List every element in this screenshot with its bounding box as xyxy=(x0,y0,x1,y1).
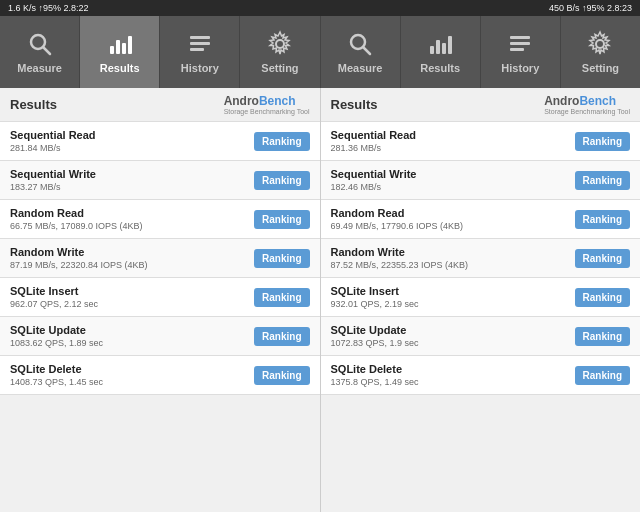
left-brand-logo: AndroBench Storage Benchmarking Tool xyxy=(224,94,310,115)
right-brand-subtitle: Storage Benchmarking Tool xyxy=(544,108,630,115)
ranking-button[interactable]: Ranking xyxy=(254,327,309,346)
tab-results-left-label: Results xyxy=(100,62,140,74)
svg-rect-4 xyxy=(122,43,126,54)
svg-point-19 xyxy=(596,40,604,48)
tab-measure-right[interactable]: Measure xyxy=(321,16,401,88)
tab-measure-right-label: Measure xyxy=(338,62,383,74)
history-icon-left xyxy=(186,30,214,58)
status-left: 1.6 K/s ↑95% 2.8:22 xyxy=(8,3,89,13)
right-brand-logo: AndroBench Storage Benchmarking Tool xyxy=(544,94,630,115)
right-results-list: Sequential Read 281.36 MB/s Ranking Sequ… xyxy=(321,122,641,395)
result-info: Random Write 87.19 MB/s, 22320.84 IOPS (… xyxy=(10,246,254,270)
nav-bar: Measure Results History xyxy=(0,16,640,88)
table-row: Sequential Read 281.36 MB/s Ranking xyxy=(321,122,641,161)
ranking-button[interactable]: Ranking xyxy=(254,366,309,385)
result-name: Sequential Write xyxy=(10,168,254,180)
result-info: Sequential Write 183.27 MB/s xyxy=(10,168,254,192)
right-brand-bench: Bench xyxy=(579,94,616,108)
result-name: SQLite Update xyxy=(331,324,575,336)
result-info: SQLite Update 1083.62 QPS, 1.89 sec xyxy=(10,324,254,348)
left-brand-andro: Andro xyxy=(224,94,259,108)
table-row: SQLite Update 1083.62 QPS, 1.89 sec Rank… xyxy=(0,317,320,356)
tab-setting-right[interactable]: Setting xyxy=(561,16,640,88)
result-value: 1072.83 QPS, 1.9 sec xyxy=(331,338,575,348)
ranking-button[interactable]: Ranking xyxy=(575,171,630,190)
table-row: Sequential Write 182.46 MB/s Ranking xyxy=(321,161,641,200)
svg-rect-13 xyxy=(436,40,440,54)
result-info: Sequential Write 182.46 MB/s xyxy=(331,168,575,192)
svg-line-11 xyxy=(363,47,370,54)
svg-rect-14 xyxy=(442,43,446,54)
ranking-button[interactable]: Ranking xyxy=(575,366,630,385)
tab-results-right[interactable]: Results xyxy=(401,16,481,88)
result-value: 87.52 MB/s, 22355.23 IOPS (4KB) xyxy=(331,260,575,270)
table-row: Random Write 87.19 MB/s, 22320.84 IOPS (… xyxy=(0,239,320,278)
left-panel-header: Results AndroBench Storage Benchmarking … xyxy=(0,88,320,122)
tab-history-left[interactable]: History xyxy=(160,16,240,88)
ranking-button[interactable]: Ranking xyxy=(254,171,309,190)
tab-setting-left-label: Setting xyxy=(261,62,298,74)
result-info: Sequential Read 281.36 MB/s xyxy=(331,129,575,153)
result-name: SQLite Delete xyxy=(331,363,575,375)
table-row: Sequential Read 281.84 MB/s Ranking xyxy=(0,122,320,161)
result-info: SQLite Update 1072.83 QPS, 1.9 sec xyxy=(331,324,575,348)
table-row: Random Read 66.75 MB/s, 17089.0 IOPS (4K… xyxy=(0,200,320,239)
gear-icon-right xyxy=(586,30,614,58)
ranking-button[interactable]: Ranking xyxy=(575,327,630,346)
status-bar: 1.6 K/s ↑95% 2.8:22 450 B/s ↑95% 2.8:23 xyxy=(0,0,640,16)
left-results-list: Sequential Read 281.84 MB/s Ranking Sequ… xyxy=(0,122,320,395)
tab-results-right-label: Results xyxy=(420,62,460,74)
result-name: Random Write xyxy=(331,246,575,258)
tab-history-right[interactable]: History xyxy=(481,16,561,88)
tab-setting-left[interactable]: Setting xyxy=(240,16,320,88)
table-row: SQLite Insert 932.01 QPS, 2.19 sec Ranki… xyxy=(321,278,641,317)
ranking-button[interactable]: Ranking xyxy=(254,249,309,268)
svg-rect-7 xyxy=(190,42,210,45)
result-value: 69.49 MB/s, 17790.6 IOPS (4KB) xyxy=(331,221,575,231)
right-panel: Results AndroBench Storage Benchmarking … xyxy=(321,88,641,512)
status-right: 450 B/s ↑95% 2.8:23 xyxy=(549,3,632,13)
ranking-button[interactable]: Ranking xyxy=(575,210,630,229)
result-info: SQLite Insert 932.01 QPS, 2.19 sec xyxy=(331,285,575,309)
result-info: SQLite Insert 962.07 QPS, 2.12 sec xyxy=(10,285,254,309)
ranking-button[interactable]: Ranking xyxy=(575,249,630,268)
result-value: 66.75 MB/s, 17089.0 IOPS (4KB) xyxy=(10,221,254,231)
result-name: SQLite Delete xyxy=(10,363,254,375)
result-info: Random Write 87.52 MB/s, 22355.23 IOPS (… xyxy=(331,246,575,270)
svg-rect-6 xyxy=(190,36,210,39)
result-info: Random Read 66.75 MB/s, 17089.0 IOPS (4K… xyxy=(10,207,254,231)
tab-history-right-label: History xyxy=(501,62,539,74)
ranking-button[interactable]: Ranking xyxy=(575,132,630,151)
result-name: Random Read xyxy=(331,207,575,219)
svg-rect-5 xyxy=(128,36,132,54)
table-row: SQLite Delete 1408.73 QPS, 1.45 sec Rank… xyxy=(0,356,320,395)
chart-icon-right xyxy=(426,30,454,58)
svg-rect-12 xyxy=(430,46,434,54)
ranking-button[interactable]: Ranking xyxy=(254,210,309,229)
result-value: 1408.73 QPS, 1.45 sec xyxy=(10,377,254,387)
left-brand-subtitle: Storage Benchmarking Tool xyxy=(224,108,310,115)
result-name: SQLite Update xyxy=(10,324,254,336)
result-value: 281.36 MB/s xyxy=(331,143,575,153)
ranking-button[interactable]: Ranking xyxy=(254,132,309,151)
search-icon xyxy=(26,30,54,58)
result-value: 1083.62 QPS, 1.89 sec xyxy=(10,338,254,348)
tab-measure-left[interactable]: Measure xyxy=(0,16,80,88)
tab-measure-left-label: Measure xyxy=(17,62,62,74)
ranking-button[interactable]: Ranking xyxy=(254,288,309,307)
result-value: 962.07 QPS, 2.12 sec xyxy=(10,299,254,309)
table-row: Random Read 69.49 MB/s, 17790.6 IOPS (4K… xyxy=(321,200,641,239)
table-row: Sequential Write 183.27 MB/s Ranking xyxy=(0,161,320,200)
tab-results-left[interactable]: Results xyxy=(80,16,160,88)
result-name: SQLite Insert xyxy=(10,285,254,297)
result-value: 87.19 MB/s, 22320.84 IOPS (4KB) xyxy=(10,260,254,270)
svg-rect-18 xyxy=(510,48,524,51)
svg-rect-3 xyxy=(116,40,120,54)
svg-rect-15 xyxy=(448,36,452,54)
table-row: SQLite Update 1072.83 QPS, 1.9 sec Ranki… xyxy=(321,317,641,356)
table-row: SQLite Insert 962.07 QPS, 2.12 sec Ranki… xyxy=(0,278,320,317)
tab-history-left-label: History xyxy=(181,62,219,74)
result-value: 932.01 QPS, 2.19 sec xyxy=(331,299,575,309)
result-info: SQLite Delete 1375.8 QPS, 1.49 sec xyxy=(331,363,575,387)
ranking-button[interactable]: Ranking xyxy=(575,288,630,307)
